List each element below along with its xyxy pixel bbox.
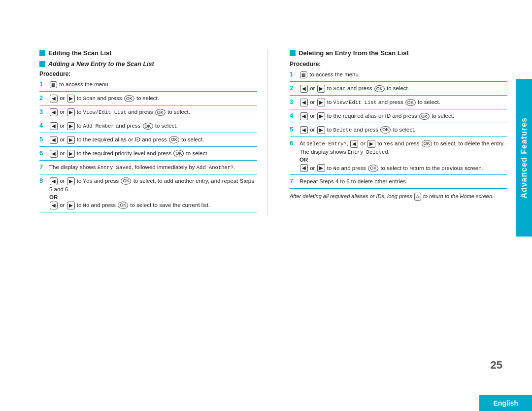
left-column: Editing the Scan List Adding a New Entry…: [39, 49, 267, 215]
right-column: Deleting an Entry from the Scan List Pro…: [287, 49, 507, 215]
arrow-right-icon: ▶: [67, 108, 75, 116]
arrow-left-icon: ◀: [300, 85, 308, 93]
home-key-icon: ⌂: [414, 193, 421, 201]
arrow-right-icon: ▶: [67, 150, 75, 158]
ok-key-icon: OK: [124, 95, 134, 103]
left-steps-list: 1 ▩ to access the menu. 2 ◀ or ▶: [39, 80, 257, 212]
right-step-3: 3 ◀ or ▶ to View/Edit List and press OK …: [290, 98, 507, 109]
right-section-title-icon: [290, 50, 296, 56]
left-step-6: 6 ◀ or ▶ to the required priority level …: [39, 149, 257, 161]
arrow-left-icon: ◀: [350, 140, 358, 148]
arrow-right-icon: ▶: [367, 140, 375, 148]
sub-section-title-icon: [39, 61, 45, 67]
ok-key-icon: OK: [368, 165, 378, 172]
arrow-left-icon: ◀: [50, 122, 58, 130]
ok-key-icon: OK: [118, 202, 128, 209]
page-container: Advanced Features Editing the Scan List …: [0, 0, 532, 411]
or-label: OR: [49, 194, 58, 200]
left-step-5: 5 ◀ or ▶ to the required alias or ID and…: [39, 136, 257, 147]
arrow-left-icon: ◀: [300, 126, 308, 134]
ok-key-icon: OK: [173, 150, 184, 157]
side-tab-text: Advanced Features: [520, 117, 529, 199]
arrow-right-icon: ▶: [317, 164, 325, 172]
arrow-left-icon: ◀: [300, 112, 308, 120]
right-section-title: Deleting an Entry from the Scan List: [290, 49, 507, 57]
arrow-right-icon: ▶: [317, 112, 325, 120]
arrow-right-icon: ▶: [317, 99, 325, 106]
left-step-1: 1 ▩ to access the menu.: [39, 80, 257, 92]
page-number: 25: [491, 359, 502, 372]
or-label: OR: [299, 157, 308, 163]
left-step-2: 2 ◀ or ▶ to Scan and press OK to select.: [39, 94, 257, 105]
left-step-8: 8 ◀ or ▶ to Yes and press OK to select, …: [39, 177, 257, 212]
right-step-5: 5 ◀ or ▶ to Delete and press OK to selec…: [290, 126, 507, 137]
arrow-left-icon: ◀: [50, 95, 58, 103]
arrow-left-icon: ◀: [300, 99, 308, 106]
arrow-right-icon: ▶: [67, 177, 75, 185]
section-title-icon: [39, 50, 45, 56]
right-steps-list: 1 ▩ to access the menu. 2 ◀ or ▶: [290, 70, 507, 189]
ok-key-icon: OK: [121, 177, 131, 185]
arrow-left-icon: ◀: [50, 202, 58, 209]
arrow-left-icon: ◀: [50, 150, 58, 158]
english-badge: English: [479, 395, 532, 411]
arrow-left-icon: ◀: [300, 164, 308, 172]
ok-key-icon: OK: [422, 140, 432, 147]
menu-key-icon: ▩: [50, 81, 57, 89]
arrow-right-icon: ▶: [67, 202, 75, 209]
side-tab: Advanced Features: [516, 79, 532, 237]
right-step-7: 7 Repeat Steps 4 to 6 to delete other en…: [290, 177, 507, 189]
arrow-right-icon: ▶: [67, 95, 75, 103]
left-section-title: Editing the Scan List: [39, 49, 257, 57]
left-step-7: 7 The display shows Entry Saved, followe…: [39, 163, 257, 174]
arrow-right-icon: ▶: [317, 85, 325, 93]
arrow-left-icon: ◀: [50, 177, 58, 185]
left-sub-section-title: Adding a New Entry to the Scan List: [39, 61, 257, 68]
right-procedure-label: Procedure:: [290, 61, 507, 68]
arrow-right-icon: ▶: [67, 122, 75, 130]
left-procedure-label: Procedure:: [39, 70, 257, 77]
two-column-layout: Editing the Scan List Adding a New Entry…: [39, 49, 507, 215]
menu-key-icon: ▩: [300, 71, 307, 79]
right-step-2: 2 ◀ or ▶ to Scan and press OK to select.: [290, 84, 507, 96]
ok-key-icon: OK: [169, 136, 179, 143]
content-area: Editing the Scan List Adding a New Entry…: [39, 49, 507, 352]
italic-note: After deleting all required aliases or I…: [290, 193, 507, 201]
arrow-left-icon: ◀: [50, 108, 58, 116]
ok-key-icon: OK: [374, 85, 385, 93]
arrow-right-icon: ▶: [67, 136, 75, 144]
left-step-3: 3 ◀ or ▶ to View/Edit List and press OK …: [39, 108, 257, 119]
right-step-4: 4 ◀ or ▶ to the required alias or ID and…: [290, 112, 507, 123]
ok-key-icon: OK: [405, 99, 416, 106]
ok-key-icon: OK: [380, 126, 391, 134]
right-step-6: 6 At Delete Entry?, ◀ or ▶ to Yes and pr…: [290, 139, 507, 175]
arrow-left-icon: ◀: [50, 136, 58, 144]
arrow-right-icon: ▶: [317, 126, 325, 134]
right-step-1: 1 ▩ to access the menu.: [290, 70, 507, 82]
left-step-4: 4 ◀ or ▶ to Add Member and press OK to s…: [39, 122, 257, 133]
ok-key-icon: OK: [419, 113, 430, 120]
ok-key-icon: OK: [155, 109, 166, 116]
ok-key-icon: OK: [143, 123, 153, 130]
